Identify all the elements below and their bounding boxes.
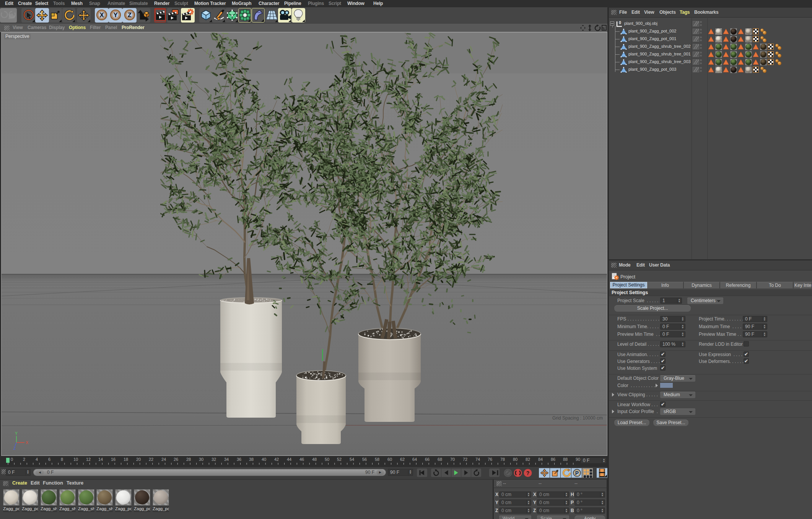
- svg-text:Z: Z: [128, 12, 132, 18]
- svg-text:X: X: [26, 440, 28, 445]
- svg-text:Y: Y: [15, 431, 18, 436]
- svg-text:Z: Z: [13, 446, 16, 451]
- svg-text:Y: Y: [114, 12, 118, 18]
- svg-text:Grid Spacing : 10000 cm: Grid Spacing : 10000 cm: [552, 415, 603, 421]
- svg-text:0: 0: [619, 21, 621, 25]
- svg-text:X: X: [100, 12, 104, 18]
- svg-text:P: P: [575, 470, 579, 476]
- svg-text:?: ?: [526, 470, 530, 476]
